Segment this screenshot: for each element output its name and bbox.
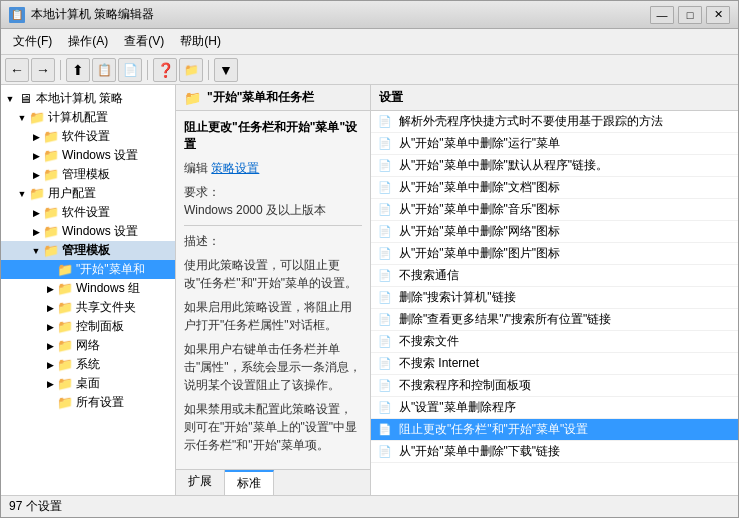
separator-1 xyxy=(184,225,362,226)
expand-user[interactable]: ▼ xyxy=(15,187,29,201)
desc-text-1: 使用此策略设置，可以阻止更改"任务栏"和"开始"菜单的设置。 xyxy=(184,256,362,292)
up-button[interactable]: ⬆ xyxy=(66,58,90,82)
tree-item-win2[interactable]: ▶ 📁 Windows 设置 xyxy=(1,222,175,241)
tab-standard[interactable]: 标准 xyxy=(225,470,274,495)
icon-share: 📁 xyxy=(57,300,73,316)
menu-view[interactable]: 查看(V) xyxy=(116,31,172,52)
right-panel: 设置 📄解析外壳程序快捷方式时不要使用基于跟踪的方法📄从"开始"菜单中删除"运行… xyxy=(371,85,738,495)
expand-wincomp[interactable]: ▶ xyxy=(43,282,57,296)
label-admin1: 管理模板 xyxy=(62,166,110,183)
settings-item[interactable]: 📄从"开始"菜单中删除"下载"链接 xyxy=(371,441,738,463)
tree-item-all[interactable]: 📁 所有设置 xyxy=(1,393,175,412)
tree-item-ctrl[interactable]: ▶ 📁 控制面板 xyxy=(1,317,175,336)
help-button[interactable]: ❓ xyxy=(153,58,177,82)
tab-expand[interactable]: 扩展 xyxy=(176,470,225,495)
tree-item-admin1[interactable]: ▶ 📁 管理模板 xyxy=(1,165,175,184)
settings-item[interactable]: 📄不搜索通信 xyxy=(371,265,738,287)
label-wincomp: Windows 组 xyxy=(76,280,140,297)
paste-button[interactable]: 📄 xyxy=(118,58,142,82)
label-all: 所有设置 xyxy=(76,394,124,411)
expand-win1[interactable]: ▶ xyxy=(29,149,43,163)
tree-item-local[interactable]: ▼ 🖥 本地计算机 策略 xyxy=(1,89,175,108)
settings-item[interactable]: 📄不搜索程序和控制面板项 xyxy=(371,375,738,397)
tree-item-comp[interactable]: ▼ 📁 计算机配置 xyxy=(1,108,175,127)
tree-item-admin2[interactable]: ▼ 📁 管理模板 xyxy=(1,241,175,260)
menu-file[interactable]: 文件(F) xyxy=(5,31,60,52)
item-label: 解析外壳程序快捷方式时不要使用基于跟踪的方法 xyxy=(399,113,663,130)
expand-soft1[interactable]: ▶ xyxy=(29,130,43,144)
expand-share[interactable]: ▶ xyxy=(43,301,57,315)
title-bar: 📋 本地计算机 策略编辑器 — □ ✕ xyxy=(1,1,738,29)
close-button[interactable]: ✕ xyxy=(706,6,730,24)
minimize-button[interactable]: — xyxy=(650,6,674,24)
expand-win2[interactable]: ▶ xyxy=(29,225,43,239)
tree-item-wincomp[interactable]: ▶ 📁 Windows 组 xyxy=(1,279,175,298)
tree-item-soft2[interactable]: ▶ 📁 软件设置 xyxy=(1,203,175,222)
right-header: 设置 xyxy=(371,85,738,111)
main-window: 📋 本地计算机 策略编辑器 — □ ✕ 文件(F) 操作(A) 查看(V) 帮助… xyxy=(0,0,739,518)
expand-desk[interactable]: ▶ xyxy=(43,377,57,391)
settings-item[interactable]: 📄从"开始"菜单中删除"音乐"图标 xyxy=(371,199,738,221)
settings-item[interactable]: 📄从"设置"菜单删除程序 xyxy=(371,397,738,419)
label-soft1: 软件设置 xyxy=(62,128,110,145)
expand-ctrl[interactable]: ▶ xyxy=(43,320,57,334)
label-admin2: 管理模板 xyxy=(62,242,110,259)
left-panel: ▼ 🖥 本地计算机 策略 ▼ 📁 计算机配置 ▶ 📁 软件设置 xyxy=(1,85,176,495)
icon-win1: 📁 xyxy=(43,148,59,164)
label-comp: 计算机配置 xyxy=(48,109,108,126)
expand-net[interactable]: ▶ xyxy=(43,339,57,353)
expand-admin1[interactable]: ▶ xyxy=(29,168,43,182)
label-win2: Windows 设置 xyxy=(62,223,138,240)
tree-item-share[interactable]: ▶ 📁 共享文件夹 xyxy=(1,298,175,317)
policy-link[interactable]: 策略设置 xyxy=(211,161,259,175)
middle-body: 阻止更改"任务栏和开始"菜单"设置 编辑 策略设置 要求： Windows 20… xyxy=(176,111,370,469)
expand-comp[interactable]: ▼ xyxy=(15,111,29,125)
filter-button[interactable]: ▼ xyxy=(214,58,238,82)
item-label: 不搜索通信 xyxy=(399,267,459,284)
maximize-button[interactable]: □ xyxy=(678,6,702,24)
settings-item[interactable]: 📄不搜索文件 xyxy=(371,331,738,353)
desc-text-3: 如果用户右键单击任务栏并单击"属性"，系统会显示一条消息，说明某个设置阻止了该操… xyxy=(184,340,362,394)
label-start: "开始"菜单和 xyxy=(76,261,145,278)
item-label: 不搜索文件 xyxy=(399,333,459,350)
settings-item[interactable]: 📄阻止更改"任务栏"和"开始"菜单"设置 xyxy=(371,419,738,441)
menu-action[interactable]: 操作(A) xyxy=(60,31,116,52)
tree-item-net[interactable]: ▶ 📁 网络 xyxy=(1,336,175,355)
settings-item[interactable]: 📄从"开始"菜单中删除"运行"菜单 xyxy=(371,133,738,155)
settings-item[interactable]: 📄不搜索 Internet xyxy=(371,353,738,375)
expand-admin2[interactable]: ▼ xyxy=(29,244,43,258)
settings-item[interactable]: 📄从"开始"菜单中删除"图片"图标 xyxy=(371,243,738,265)
expand-sys[interactable]: ▶ xyxy=(43,358,57,372)
middle-header: 📁 "开始"菜单和任务栏 xyxy=(176,85,370,111)
back-button[interactable]: ← xyxy=(5,58,29,82)
copy-button[interactable]: 📋 xyxy=(92,58,116,82)
tree-item-win1[interactable]: ▶ 📁 Windows 设置 xyxy=(1,146,175,165)
page-icon: 📄 xyxy=(377,114,393,130)
icon-soft1: 📁 xyxy=(43,129,59,145)
label-user: 用户配置 xyxy=(48,185,96,202)
page-icon: 📄 xyxy=(377,334,393,350)
menu-help[interactable]: 帮助(H) xyxy=(172,31,229,52)
expand-soft2[interactable]: ▶ xyxy=(29,206,43,220)
expand-all[interactable] xyxy=(43,396,57,410)
tree-item-sys[interactable]: ▶ 📁 系统 xyxy=(1,355,175,374)
expand-start[interactable] xyxy=(43,263,57,277)
settings-item[interactable]: 📄解析外壳程序快捷方式时不要使用基于跟踪的方法 xyxy=(371,111,738,133)
middle-panel: 📁 "开始"菜单和任务栏 阻止更改"任务栏和开始"菜单"设置 编辑 策略设置 要… xyxy=(176,85,371,495)
settings-item[interactable]: 📄从"开始"菜单中删除"文档"图标 xyxy=(371,177,738,199)
settings-item[interactable]: 📄从"开始"菜单中删除"默认从程序"链接。 xyxy=(371,155,738,177)
tree-item-user[interactable]: ▼ 📁 用户配置 xyxy=(1,184,175,203)
tree-item-start[interactable]: 📁 "开始"菜单和 xyxy=(1,260,175,279)
item-label: 从"开始"菜单中删除"默认从程序"链接。 xyxy=(399,157,608,174)
folder-button[interactable]: 📁 xyxy=(179,58,203,82)
tree-item-desk[interactable]: ▶ 📁 桌面 xyxy=(1,374,175,393)
settings-item[interactable]: 📄删除"查看更多结果"/"搜索所有位置"链接 xyxy=(371,309,738,331)
settings-item[interactable]: 📄删除"搜索计算机"链接 xyxy=(371,287,738,309)
forward-button[interactable]: → xyxy=(31,58,55,82)
item-label: 不搜索 Internet xyxy=(399,355,479,372)
page-icon: 📄 xyxy=(377,202,393,218)
expand-local[interactable]: ▼ xyxy=(3,92,17,106)
page-icon: 📄 xyxy=(377,268,393,284)
settings-item[interactable]: 📄从"开始"菜单中删除"网络"图标 xyxy=(371,221,738,243)
tree-item-soft1[interactable]: ▶ 📁 软件设置 xyxy=(1,127,175,146)
